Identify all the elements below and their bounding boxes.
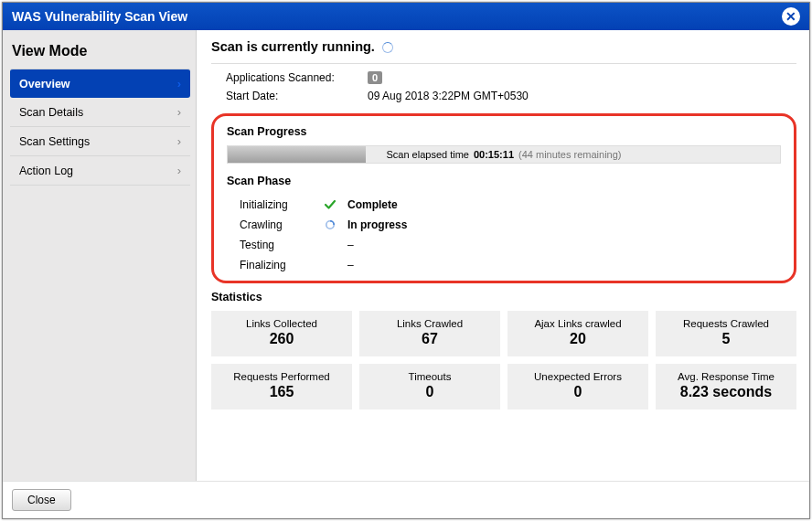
stat-requests-performed: Requests Performed 165 bbox=[211, 364, 352, 409]
stat-unexpected-errors: Unexpected Errors 0 bbox=[508, 364, 648, 409]
stat-label: Requests Performed bbox=[215, 371, 348, 382]
stat-value: 20 bbox=[511, 331, 645, 347]
sidebar: View Mode Overview › Scan Details › Scan… bbox=[3, 30, 197, 481]
phase-name: Finalizing bbox=[240, 259, 313, 271]
progress-text: Scan elapsed time 00:15:11 (44 minutes r… bbox=[228, 146, 780, 163]
dialog-footer: Close bbox=[3, 481, 809, 518]
phase-status: – bbox=[347, 239, 354, 251]
phase-name: Crawling bbox=[240, 218, 313, 231]
chevron-right-icon: › bbox=[177, 77, 181, 90]
chevron-right-icon: › bbox=[177, 164, 181, 177]
stat-requests-crawled: Requests Crawled 5 bbox=[656, 311, 796, 356]
start-date-value: 09 Aug 2018 3:22PM GMT+0530 bbox=[368, 90, 529, 102]
sidebar-heading: View Mode bbox=[12, 43, 188, 59]
chevron-right-icon: › bbox=[177, 105, 181, 119]
stat-label: Links Crawled bbox=[363, 318, 497, 329]
start-date-label: Start Date: bbox=[226, 90, 368, 102]
phase-name: Testing bbox=[240, 239, 313, 251]
stat-timeouts: Timeouts 0 bbox=[359, 364, 500, 409]
dialog-window: WAS Vulnerability Scan View ✕ View Mode … bbox=[2, 2, 810, 519]
remaining-text: (44 minutes remaining) bbox=[518, 149, 622, 160]
elapsed-prefix: Scan elapsed time bbox=[386, 149, 469, 160]
window-title: WAS Vulnerability Scan View bbox=[12, 9, 187, 24]
stat-avg-response-time: Avg. Response Time 8.23 seconds bbox=[656, 364, 796, 409]
sidebar-item-scan-settings[interactable]: Scan Settings › bbox=[10, 127, 190, 156]
statistics-title: Statistics bbox=[211, 291, 796, 303]
sidebar-item-scan-details[interactable]: Scan Details › bbox=[10, 98, 190, 127]
stat-label: Ajax Links crawled bbox=[511, 318, 645, 329]
elapsed-value: 00:15:11 bbox=[474, 149, 514, 160]
sidebar-item-label: Action Log bbox=[19, 165, 73, 177]
phase-row-initializing: Initializing Complete bbox=[227, 195, 781, 215]
stat-label: Timeouts bbox=[363, 371, 497, 382]
spinner-icon bbox=[382, 42, 393, 53]
stat-label: Links Collected bbox=[215, 318, 348, 329]
close-icon[interactable]: ✕ bbox=[782, 7, 800, 26]
titlebar: WAS Vulnerability Scan View ✕ bbox=[3, 3, 809, 30]
phase-row-crawling: Crawling In progress bbox=[227, 215, 781, 235]
phase-status: – bbox=[347, 259, 354, 271]
stat-label: Avg. Response Time bbox=[659, 371, 793, 382]
stat-links-crawled: Links Crawled 67 bbox=[359, 311, 500, 356]
apps-scanned-row: Applications Scanned: 0 bbox=[226, 71, 796, 84]
panel-heading-text: Scan is currently running. bbox=[211, 39, 375, 54]
phase-row-finalizing: Finalizing – bbox=[227, 255, 781, 275]
sidebar-item-action-log[interactable]: Action Log › bbox=[10, 156, 190, 186]
stat-value: 0 bbox=[363, 384, 497, 400]
check-icon bbox=[322, 198, 338, 211]
stat-label: Requests Crawled bbox=[659, 318, 793, 329]
sidebar-item-label: Overview bbox=[19, 78, 70, 90]
main-panel: Scan is currently running. Applications … bbox=[197, 30, 809, 481]
dialog-body: View Mode Overview › Scan Details › Scan… bbox=[3, 30, 809, 481]
phase-status: Complete bbox=[347, 198, 398, 211]
stat-value: 8.23 seconds bbox=[659, 384, 793, 400]
stat-links-collected: Links Collected 260 bbox=[211, 311, 352, 356]
spinner-icon bbox=[322, 219, 338, 230]
apps-scanned-label: Applications Scanned: bbox=[226, 71, 368, 84]
scan-progress-title: Scan Progress bbox=[227, 125, 781, 138]
stat-ajax-links-crawled: Ajax Links crawled 20 bbox=[508, 311, 648, 356]
stat-value: 0 bbox=[511, 384, 645, 400]
panel-heading: Scan is currently running. bbox=[211, 39, 796, 64]
chevron-right-icon: › bbox=[177, 134, 181, 148]
apps-scanned-badge: 0 bbox=[368, 71, 382, 84]
stat-value: 5 bbox=[659, 331, 793, 347]
progress-phase-block: Scan Progress Scan elapsed time 00:15:11… bbox=[211, 113, 796, 283]
stat-value: 67 bbox=[363, 331, 497, 347]
phase-status: In progress bbox=[347, 218, 407, 231]
stat-label: Unexpected Errors bbox=[511, 371, 645, 382]
statistics-grid: Links Collected 260 Links Crawled 67 Aja… bbox=[211, 311, 796, 409]
start-date-row: Start Date: 09 Aug 2018 3:22PM GMT+0530 bbox=[226, 90, 796, 102]
close-button[interactable]: Close bbox=[12, 489, 71, 511]
scan-phase-title: Scan Phase bbox=[227, 175, 781, 187]
progress-bar: Scan elapsed time 00:15:11 (44 minutes r… bbox=[227, 145, 781, 164]
sidebar-item-label: Scan Details bbox=[19, 106, 83, 119]
phase-row-testing: Testing – bbox=[227, 235, 781, 255]
stat-value: 260 bbox=[215, 331, 348, 347]
stat-value: 165 bbox=[215, 384, 348, 400]
phase-name: Initializing bbox=[240, 198, 313, 211]
sidebar-item-label: Scan Settings bbox=[19, 135, 90, 148]
sidebar-item-overview[interactable]: Overview › bbox=[10, 69, 190, 98]
